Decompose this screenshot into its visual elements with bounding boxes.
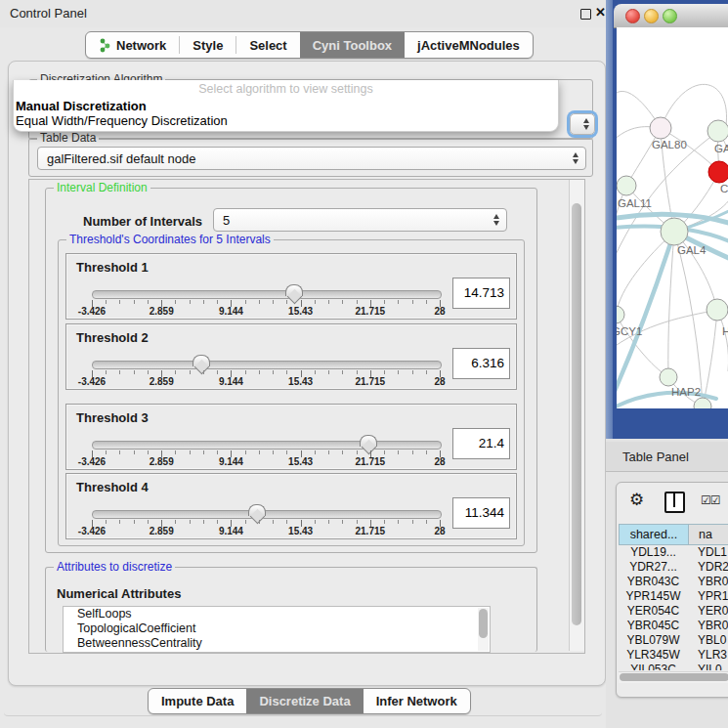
network-node-gal4[interactable]: [661, 218, 688, 245]
threshold-value-field[interactable]: 21.4: [452, 428, 510, 459]
threshold-value-field[interactable]: 11.344: [452, 497, 510, 529]
settings-scrollbar-thumb[interactable]: [572, 203, 581, 625]
tab-select[interactable]: Select: [236, 32, 299, 58]
number-of-intervals-combobox[interactable]: 5: [213, 208, 507, 232]
table-row[interactable]: YBR045CYBR0: [619, 619, 728, 633]
algorithm-option-manual-discretization[interactable]: Manual Discretization: [14, 99, 558, 113]
settings-vertical-scrollbar[interactable]: [569, 180, 584, 651]
table-row[interactable]: YDL19...YDL1: [619, 545, 728, 560]
table-row[interactable]: YER054CYER0: [619, 604, 728, 619]
attributes-list-scrollbar-thumb[interactable]: [479, 609, 488, 638]
slider-tick-labels: -3.4262.8599.14415.4321.71528: [92, 375, 441, 387]
columns-icon[interactable]: [664, 492, 685, 513]
network-node-gcy1[interactable]: [617, 306, 624, 323]
network-node-h[interactable]: [707, 299, 728, 321]
slider-thumb[interactable]: [193, 355, 210, 366]
algorithm-dropdown-popup: Select algorithm to view settings Manual…: [13, 80, 559, 132]
algorithm-option-equal-width-frequency-discretization[interactable]: Equal Width/Frequency Discretization: [14, 113, 558, 128]
table-row[interactable]: YDR27...YDR2: [619, 560, 728, 575]
slider-thumb[interactable]: [360, 435, 377, 447]
table-row[interactable]: YIL053CYIL0: [619, 663, 728, 670]
bottom-tab-tab-label: Impute Data: [161, 694, 234, 708]
close-icon[interactable]: ✕: [595, 5, 606, 20]
attributes-list-scrollbar[interactable]: [478, 608, 489, 651]
table-row[interactable]: YPR145WYPR1: [619, 589, 728, 604]
threshold-slider-2[interactable]: [92, 361, 442, 369]
threshold-value-field[interactable]: 14.713: [452, 278, 510, 309]
bottom-tab-tab-label: Infer Network: [376, 694, 457, 708]
checkboxes-icon[interactable]: ☑☑: [701, 493, 720, 507]
tick-label: 28: [434, 376, 445, 387]
table-row[interactable]: YBL079WYBL0: [619, 633, 728, 648]
tick-label: 21.715: [356, 456, 386, 467]
numerical-attributes-list[interactable]: SelfLoopsTopologicalCoefficientBetweenne…: [63, 606, 491, 653]
bottom-tab-discretize-data[interactable]: Discretize Data: [246, 689, 363, 713]
table-cell: YIL053C: [619, 663, 688, 670]
tab-cyni-toolbox[interactable]: Cyni Toolbox: [300, 32, 405, 58]
thresholds-groupbox: Threshold's Coordinates for 5 Intervals …: [58, 239, 525, 546]
column-header-1[interactable]: shared...: [620, 525, 689, 544]
tick-label: -3.426: [78, 526, 106, 536]
threshold-slider-4[interactable]: [92, 510, 442, 519]
tab-jactivemnodules[interactable]: jActiveMNodules: [405, 32, 533, 58]
network-node-ga[interactable]: [707, 120, 728, 142]
attribute-list-item[interactable]: BetweennessCentrality: [64, 636, 490, 651]
threshold-panel-2: Threshold 2-3.4262.8599.14415.4321.71528…: [65, 323, 517, 390]
network-node[interactable]: [694, 398, 711, 408]
attribute-list-item[interactable]: TopologicalCoefficient: [64, 621, 490, 636]
table-rows: YDL19...YDL1YDR27...YDR2YBR043CYBR0YPR14…: [619, 545, 728, 670]
tick-label: 21.715: [356, 306, 386, 317]
table-cell: YBL0: [688, 633, 728, 648]
bottom-tab-infer-network[interactable]: Infer Network: [364, 689, 470, 713]
number-of-intervals-value: 5: [223, 213, 230, 228]
bottom-tab-impute-data[interactable]: Impute Data: [149, 689, 246, 713]
tab-tab-label: Network: [116, 38, 166, 53]
node-label: GAL4: [677, 244, 707, 256]
table-horizontal-scrollbar[interactable]: [619, 671, 728, 683]
tab-network[interactable]: Network: [86, 32, 179, 58]
network-node-c[interactable]: [708, 161, 728, 183]
column-header-2[interactable]: na: [689, 525, 728, 544]
bottom-tab-tab-label: Discretize Data: [259, 694, 350, 708]
slider-thumb[interactable]: [248, 504, 266, 516]
panel-divider[interactable]: [606, 0, 613, 439]
table-data-combobox[interactable]: galFiltered.sif default node: [37, 147, 586, 170]
gear-icon[interactable]: ⚙: [629, 490, 644, 510]
threshold-slider-3[interactable]: [92, 441, 442, 450]
table-row[interactable]: YBR043CYBR0: [619, 575, 728, 589]
window-close-icon[interactable]: [625, 9, 640, 23]
table-cell: YER0: [688, 604, 728, 619]
threshold-slider-1[interactable]: [92, 290, 442, 299]
attributes-group-title: Attributes to discretize: [54, 560, 175, 574]
table-cell: YDL1: [688, 545, 728, 560]
network-view-canvas[interactable]: GAL80GACGAL11GAL4GCY1HHAP2: [617, 27, 728, 408]
table-horizontal-scrollbar-thumb[interactable]: [620, 673, 728, 681]
slider-thumb[interactable]: [285, 284, 303, 296]
tick-label: 15.43: [288, 376, 313, 387]
tick-label: 28: [434, 306, 445, 317]
algorithm-combobox-arrow-button[interactable]: [570, 113, 595, 135]
tab-style[interactable]: Style: [180, 32, 236, 58]
network-node-gal80[interactable]: [650, 117, 671, 139]
network-node-hap2[interactable]: [660, 368, 677, 386]
tick-label: 28: [434, 526, 445, 536]
threshold-panel-1: Threshold 1-3.4262.8599.14415.4321.71528…: [65, 253, 517, 320]
threshold-label: Threshold 4: [76, 480, 149, 494]
tab-tab-label: Cyni Toolbox: [313, 38, 392, 53]
window-zoom-icon[interactable]: [663, 9, 677, 23]
attribute-list-item[interactable]: SelfLoops: [64, 607, 490, 621]
panel-bottom-edge: [4, 712, 602, 716]
threshold-value-field[interactable]: 6.316: [452, 348, 510, 379]
node-label: GCY1: [617, 325, 642, 337]
table-row[interactable]: YLR345WYLR3: [619, 648, 728, 663]
table-cell: YLR345W: [619, 648, 688, 663]
network-window-titlebar[interactable]: [614, 4, 728, 28]
window-minimize-icon[interactable]: [644, 9, 659, 23]
table-data-label: Table Data: [37, 131, 99, 145]
table-panel: ⚙ ☑☑ shared...na YDL19...YDL1YDR27...YDR…: [616, 482, 728, 698]
node-attribute-table[interactable]: shared...na YDL19...YDL1YDR27...YDR2YBR0…: [619, 524, 728, 670]
thresholds-group-title: Threshold's Coordinates for 5 Intervals: [66, 233, 274, 246]
network-node-gal11[interactable]: [617, 176, 636, 195]
node-label: H: [722, 325, 728, 337]
float-window-icon[interactable]: [580, 9, 591, 20]
